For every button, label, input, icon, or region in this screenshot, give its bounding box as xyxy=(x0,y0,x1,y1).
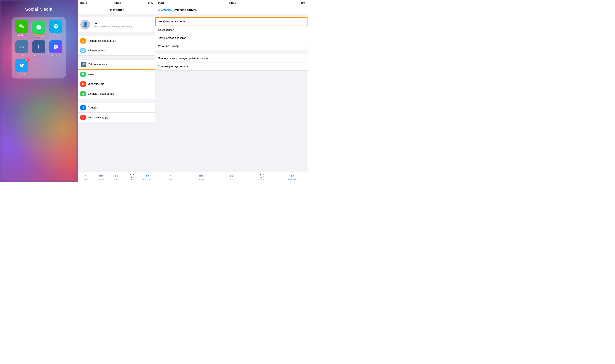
settings-row-web[interactable]: WhatsApp Web › xyxy=(78,46,155,55)
svg-point-2 xyxy=(21,25,21,26)
settings-row-notifications[interactable]: 🔔 Уведомления › xyxy=(78,79,155,89)
settings-tab-label: Настройки xyxy=(143,179,151,180)
facebook-label: Facebook xyxy=(34,54,43,57)
account-calls-tab-label: Звонки xyxy=(198,179,204,180)
profile-status: Всем привет! Я использую WhatsApp. xyxy=(93,25,149,28)
settings-row-starred[interactable]: ★ Избранные сообщения › xyxy=(78,36,155,46)
settings-row-share[interactable]: ♥ Рассказать другу › xyxy=(78,113,155,122)
twitter-icon: 20 xyxy=(15,59,28,72)
help-icon: ℹ xyxy=(80,105,86,110)
notif-chevron: › xyxy=(152,83,152,85)
account-status-tab-label: Статус xyxy=(168,179,173,180)
account-tab-calls[interactable]: ☎ Звонки xyxy=(186,174,216,180)
status-tab-label: Статус xyxy=(83,179,88,180)
account-chats-tab-label: Чаты xyxy=(260,179,264,180)
delete-label: Удалить учётную запись xyxy=(158,65,304,68)
app-facebook[interactable]: f Facebook xyxy=(31,40,46,57)
storage-chevron: › xyxy=(152,92,152,95)
settings-row-chats[interactable]: Чаты › xyxy=(78,70,155,79)
account-section-1: Конфиденциальность › Безопасность › Двух… xyxy=(155,17,307,50)
changenumber-label: Изменить номер xyxy=(158,45,304,48)
settings-section-bottom: ℹ Помощь › ♥ Рассказать другу › xyxy=(78,103,155,122)
home-screen: Social Media WeChat xyxy=(0,0,78,182)
starred-chevron: › xyxy=(152,39,152,42)
privacy-label: Конфиденциальность xyxy=(159,20,303,23)
chats-tab-label: Чаты xyxy=(130,179,134,180)
account-tab-chats[interactable]: 💬 Чаты xyxy=(246,174,277,180)
app-wechat[interactable]: WeChat xyxy=(14,20,29,38)
help-chevron: › xyxy=(152,106,152,109)
chats-tab-icon: 💬 xyxy=(130,174,134,178)
app-twitter[interactable]: 20 Twitter xyxy=(14,59,29,76)
security-chevron: › xyxy=(304,29,304,31)
account-row-privacy[interactable]: Конфиденциальность › xyxy=(155,17,307,26)
share-label: Рассказать другу xyxy=(88,116,150,119)
request-label: Запросить информацию учётной записи xyxy=(158,57,304,60)
tab-calls[interactable]: ☎ Звонки xyxy=(93,174,109,180)
account-tab-settings[interactable]: ⚙ Настройки xyxy=(277,174,307,180)
svg-point-4 xyxy=(22,26,23,27)
account-tab-bar: ○ Статус ☎ Звонки ⊙ Камера 💬 Чаты ⚙ Наст… xyxy=(155,172,307,182)
home-title: Social Media xyxy=(25,7,53,12)
tab-settings[interactable]: ⚙ Настройки xyxy=(140,174,155,180)
twostep-chevron: › xyxy=(304,37,304,39)
account-status-bar: lifecell 11:04 29 % xyxy=(155,0,307,6)
tab-camera[interactable]: ⊙ Камера xyxy=(109,174,124,180)
account-row-request[interactable]: Запросить информацию учётной записи › xyxy=(155,54,307,63)
delete-chevron: › xyxy=(304,65,304,68)
camera-tab-icon: ⊙ xyxy=(115,174,118,178)
back-label: Настройки xyxy=(159,9,172,12)
tab-status[interactable]: ○ Статус xyxy=(78,174,93,180)
svg-point-3 xyxy=(21,26,24,28)
account-label: Учётная запись xyxy=(88,63,149,66)
notif-label: Уведомления xyxy=(88,83,150,86)
account-settings-tab-icon: ⚙ xyxy=(291,174,294,178)
messenger-label: Messenger xyxy=(51,54,61,57)
app-folder: WeChat WhatsApp xyxy=(12,17,66,78)
back-button[interactable]: ‹ Настройки xyxy=(158,9,172,12)
web-chevron: › xyxy=(152,49,152,52)
settings-row-storage[interactable]: ⇅ Данные и хранилище › xyxy=(78,89,155,99)
account-row-twostep[interactable]: Двухшаговая проверка › xyxy=(155,34,307,42)
calls-tab-icon: ☎ xyxy=(99,174,103,178)
account-nav-bar: ‹ Настройки Учётная запись xyxy=(155,6,307,14)
profile-avatar: 👤 xyxy=(80,20,90,29)
twostep-label: Двухшаговая проверка xyxy=(158,37,304,39)
account-row-delete[interactable]: Удалить учётную запись › xyxy=(155,63,307,71)
app-grid: WeChat WhatsApp xyxy=(14,20,63,76)
twitter-label: Twitter xyxy=(19,73,25,76)
share-icon: ♥ xyxy=(80,115,86,120)
settings-panel: lifecell 11:04 29 % Настройки 👤 Vlad Все… xyxy=(78,0,155,182)
account-status-tab-icon: ○ xyxy=(169,174,172,178)
account-row-changenumber[interactable]: Изменить номер › xyxy=(155,42,307,50)
tab-chats[interactable]: 💬 Чаты xyxy=(124,174,140,180)
settings-row-account[interactable]: 🔑 Учётная запись › xyxy=(78,60,155,70)
facebook-icon: f xyxy=(32,40,45,53)
account-row-security[interactable]: Безопасность › xyxy=(155,26,307,34)
storage-label: Данные и хранилище xyxy=(88,92,150,95)
account-tab-status[interactable]: ○ Статус xyxy=(155,174,186,180)
app-skype[interactable]: S Skype xyxy=(49,20,63,38)
chats-icon xyxy=(80,72,86,77)
changenumber-chevron: › xyxy=(304,45,304,48)
profile-row[interactable]: 👤 Vlad Всем привет! Я использую WhatsApp… xyxy=(78,17,155,32)
profile-section: 👤 Vlad Всем привет! Я использую WhatsApp… xyxy=(78,17,155,32)
storage-icon: ⇅ xyxy=(80,91,86,96)
privacy-chevron: › xyxy=(303,20,304,23)
account-list: Конфиденциальность › Безопасность › Двух… xyxy=(155,14,307,172)
profile-info: Vlad Всем привет! Я использую WhatsApp. xyxy=(93,22,149,28)
account-section-2: Запросить информацию учётной записи › Уд… xyxy=(155,54,307,71)
account-calls-tab-icon: ☎ xyxy=(199,174,203,178)
security-label: Безопасность xyxy=(158,28,304,31)
account-tab-camera[interactable]: ⊙ Камера xyxy=(216,174,246,180)
app-messenger[interactable]: Messenger xyxy=(49,40,63,57)
share-chevron: › xyxy=(152,116,152,119)
account-panel: lifecell 11:04 29 % ‹ Настройки Учётная … xyxy=(155,0,307,182)
whatsapp-icon xyxy=(32,21,45,34)
settings-row-help[interactable]: ℹ Помощь › xyxy=(78,103,155,113)
app-whatsapp[interactable]: WhatsApp xyxy=(31,20,46,38)
app-vk[interactable]: VK VK xyxy=(14,40,29,57)
wechat-label: WeChat xyxy=(18,34,26,36)
request-chevron: › xyxy=(304,57,304,60)
svg-text:VK: VK xyxy=(19,45,24,49)
